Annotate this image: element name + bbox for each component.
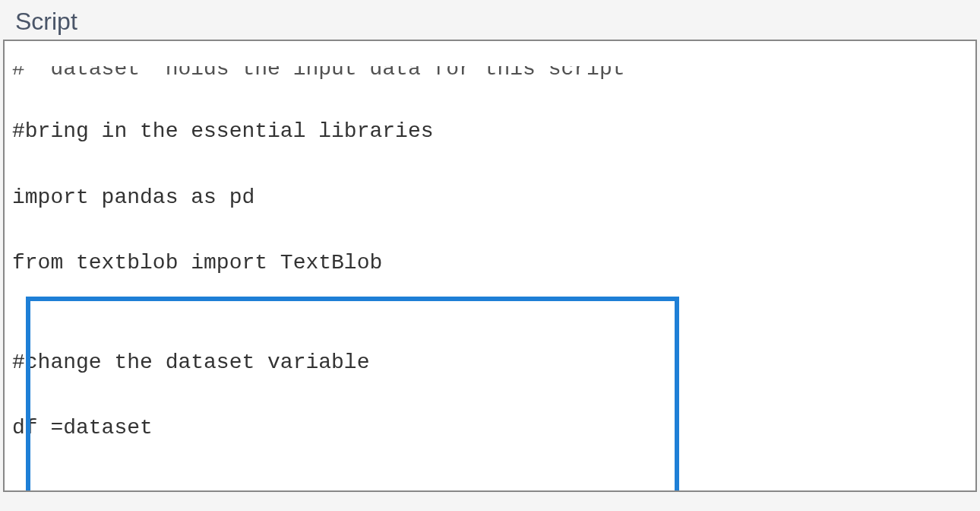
code-line: #change the dataset variable xyxy=(12,346,968,379)
code-editor[interactable]: # dataset holds the input data for this … xyxy=(5,41,975,492)
code-line: df =dataset xyxy=(12,411,968,444)
code-line: import pandas as pd xyxy=(12,181,968,214)
script-panel-title: Script xyxy=(0,0,980,40)
code-line: from textblob import TextBlob xyxy=(12,246,968,279)
code-editor-container: # dataset holds the input data for this … xyxy=(3,40,977,492)
code-line: #bring in the essential libraries xyxy=(12,115,968,148)
code-line-partial: # dataset holds the input data for this … xyxy=(12,66,968,81)
